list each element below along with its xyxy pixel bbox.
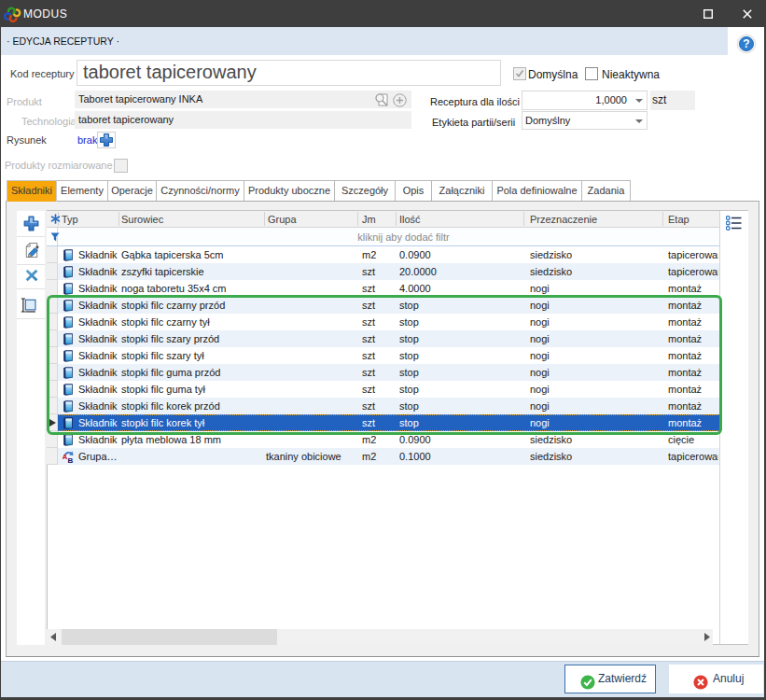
- svg-text:?: ?: [743, 37, 749, 50]
